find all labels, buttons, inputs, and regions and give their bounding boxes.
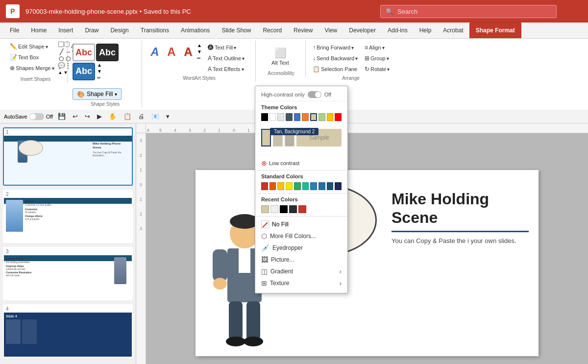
- text-outline-button[interactable]: A Text Outline ▾: [206, 53, 246, 63]
- std-swatch-1[interactable]: [261, 182, 268, 190]
- tab-slideshow[interactable]: Slide Show: [216, 23, 257, 38]
- redo-button[interactable]: ↪: [83, 112, 92, 121]
- slide-canvas[interactable]: Mike Holding Scene You can Copy & Paste …: [146, 133, 588, 364]
- tab-review[interactable]: Review: [288, 23, 318, 38]
- svg-point-11: [226, 337, 245, 346]
- wordart-expand[interactable]: ═: [197, 55, 202, 61]
- recent-swatch-1[interactable]: [261, 205, 269, 213]
- theme-swatch-blue[interactable]: [294, 113, 301, 121]
- picture-item[interactable]: 🖼 Picture...: [255, 254, 347, 266]
- recent-swatch-3[interactable]: [280, 205, 288, 213]
- email-button[interactable]: 📧: [149, 112, 161, 121]
- recent-swatch-2[interactable]: [270, 205, 278, 213]
- shapes-scroll-down[interactable]: ▼: [63, 70, 68, 75]
- tab-developer[interactable]: Developer: [343, 23, 382, 38]
- theme-swatch-red[interactable]: [335, 113, 342, 121]
- wordart-style-2[interactable]: A: [164, 44, 179, 60]
- edit-shape-button[interactable]: ✏️ Edit Shape ▾: [8, 42, 56, 51]
- autosave-toggle[interactable]: [29, 113, 44, 120]
- high-contrast-toggle[interactable]: [308, 91, 321, 98]
- present-button[interactable]: ▶: [95, 112, 104, 121]
- texture-item[interactable]: ⊞ Texture: [255, 277, 347, 289]
- theme-swatch-navy[interactable]: [286, 113, 293, 121]
- more-colors-item[interactable]: ⬡ More Fill Colors...: [255, 230, 347, 242]
- std-swatch-6[interactable]: [302, 182, 309, 190]
- align-button[interactable]: ≡ Align ▾: [363, 43, 392, 52]
- std-swatch-9[interactable]: [327, 182, 334, 190]
- std-swatch-3[interactable]: [277, 182, 284, 190]
- shape-style-2[interactable]: Abc: [96, 44, 119, 61]
- gradient-item[interactable]: ◫ Gradient: [255, 266, 347, 277]
- std-swatch-10[interactable]: [335, 182, 342, 190]
- tab-transitions[interactable]: Transitions: [135, 23, 175, 38]
- bring-forward-button[interactable]: ↑ Bring Forward ▾: [311, 43, 360, 52]
- style-expand[interactable]: ═: [97, 75, 102, 80]
- recent-swatch-5[interactable]: [298, 205, 306, 213]
- theme-swatch-black[interactable]: [261, 113, 268, 121]
- print-button[interactable]: 🖨: [136, 112, 147, 121]
- touch-button[interactable]: ✋: [107, 112, 119, 121]
- theme-swatch-gray[interactable]: [277, 113, 284, 121]
- clipboard-button[interactable]: 📋: [122, 112, 133, 121]
- shape-style-1[interactable]: Abc: [73, 44, 95, 61]
- tan-swatch[interactable]: [261, 129, 271, 146]
- style-scroll-up[interactable]: ▲: [97, 62, 102, 68]
- shape-pentagon[interactable]: ⬠: [58, 55, 65, 62]
- search-bar[interactable]: 🔍 Search: [380, 5, 557, 18]
- alt-text-button[interactable]: ⬜ Alt Text: [261, 44, 300, 69]
- slide-thumb-2[interactable]: 2 Revise Customize it to best quality.. …: [3, 190, 133, 243]
- tab-home[interactable]: Home: [25, 23, 52, 38]
- tab-shapeformat[interactable]: Shape Format: [469, 23, 521, 38]
- shapes-merge-button[interactable]: ⊕ Shapes Merge ▾: [8, 63, 56, 73]
- tab-draw[interactable]: Draw: [79, 23, 104, 38]
- rotate-button[interactable]: ↻ Rotate ▾: [363, 64, 392, 74]
- shape-callout[interactable]: 💬: [58, 62, 65, 69]
- tab-file[interactable]: File: [4, 23, 25, 38]
- undo-button[interactable]: ↩: [71, 112, 80, 121]
- std-swatch-5[interactable]: [294, 182, 301, 190]
- wordart-style-1[interactable]: A: [147, 44, 163, 60]
- tab-addins[interactable]: Add-ins: [382, 23, 414, 38]
- tab-design[interactable]: Design: [104, 23, 134, 38]
- tan-tooltip: Tan, Background 2: [270, 128, 318, 135]
- theme-swatch-yellow[interactable]: [327, 113, 334, 121]
- tab-help[interactable]: Help: [414, 23, 438, 38]
- std-swatch-4[interactable]: [286, 182, 293, 190]
- tab-insert[interactable]: Insert: [52, 23, 79, 38]
- tab-record[interactable]: Record: [257, 23, 288, 38]
- tab-acrobat[interactable]: Acrobat: [437, 23, 469, 38]
- theme-swatch-tan[interactable]: [310, 113, 317, 121]
- more-qa[interactable]: ▾: [164, 112, 172, 121]
- tab-view[interactable]: View: [318, 23, 343, 38]
- std-swatch-7[interactable]: [310, 182, 317, 190]
- shape-styles-label: Shape Styles: [91, 101, 120, 107]
- slide-thumb-3[interactable]: 3 Copy & Paste into holding presentation…: [3, 247, 133, 300]
- selection-pane-button[interactable]: 📋 Selection Pane: [311, 64, 360, 74]
- theme-swatch-white[interactable]: [270, 113, 276, 121]
- send-backward-button[interactable]: ↓ Send Backward ▾: [311, 53, 360, 63]
- shape-rect[interactable]: [58, 42, 64, 47]
- no-fill-item[interactable]: No Fill: [255, 218, 347, 230]
- shapes-scroll-up[interactable]: ▲: [58, 70, 63, 75]
- slide-thumb-4[interactable]: 4 Slide 4: [3, 304, 133, 358]
- shape-fill-button[interactable]: 🎨 Shape Fill ▾: [73, 88, 122, 100]
- shape-line[interactable]: ╱: [58, 49, 65, 55]
- recent-swatch-4[interactable]: [289, 205, 297, 213]
- style-scroll-down[interactable]: ▼: [97, 69, 102, 74]
- wordart-scroll-up[interactable]: ▲: [197, 43, 202, 48]
- std-swatch-8[interactable]: [318, 182, 325, 190]
- save-button[interactable]: 💾: [56, 112, 68, 121]
- group-button[interactable]: ⊞ Group ▾: [363, 53, 392, 63]
- wordart-style-3[interactable]: A: [180, 44, 196, 60]
- theme-swatch-green[interactable]: [318, 113, 325, 121]
- tab-animations[interactable]: Animations: [175, 23, 216, 38]
- text-effects-button[interactable]: A Text Effects ▾: [206, 64, 246, 74]
- eyedropper-item[interactable]: 💉 Eyedropper: [255, 242, 347, 254]
- text-fill-button[interactable]: 🅐 Text Fill ▾: [206, 43, 246, 52]
- slide-thumb-1[interactable]: 1 Mike Holding Phone Scene You can Copy …: [3, 127, 133, 186]
- theme-swatch-orange[interactable]: [302, 113, 309, 121]
- shape-style-3[interactable]: Abc: [73, 63, 95, 80]
- text-box-button[interactable]: 📝 Text Box: [8, 52, 56, 62]
- wordart-scroll-down[interactable]: ▼: [197, 49, 202, 54]
- std-swatch-2[interactable]: [270, 182, 276, 190]
